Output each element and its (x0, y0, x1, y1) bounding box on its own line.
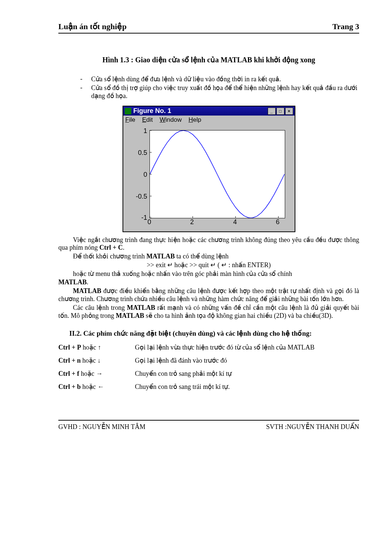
body-paragraph: Việc ngắt chương trình đang thực hiện ho… (58, 236, 359, 251)
xtick-label: 0 (147, 218, 151, 226)
menu-file[interactable]: File (125, 116, 135, 123)
figure-window: Figure No. 1 _ □ × File Edit Window Help… (123, 106, 295, 232)
command-line-text: >> exit ↵ hoặc >> quit ↵ ( ↵ : nhấn ENTE… (58, 261, 359, 269)
body-paragraph: Các câu lệnh trong MATLAB rất mạnh và có… (58, 304, 359, 320)
close-button[interactable]: × (285, 108, 293, 115)
shortcut-key: Ctrl + b hoặc ← (58, 383, 135, 391)
shortcut-row: Ctrl + P hoặc ↑Gọi lại lệnh vừa thực hiệ… (58, 343, 359, 351)
bullet-dash-icon: - (80, 75, 91, 83)
shortcut-description: Gọi lại lệnh đã đánh vào trước đó (135, 356, 359, 364)
header-right: Trang 3 (332, 22, 359, 31)
menu-help[interactable]: Help (189, 116, 201, 123)
shortcut-key: Ctrl + n hoặc ↓ (58, 356, 135, 364)
page-header: Luận án tốt nghiệp Trang 3 (58, 22, 359, 34)
window-title: Figure No. 1 (133, 107, 171, 115)
section-heading: II.2. Các phím chức năng đặt biệt (chuyê… (69, 329, 359, 338)
menu-edit[interactable]: Edit (142, 116, 153, 123)
footer-left: GVHD : NGUYỄN MINH TÂM (58, 423, 145, 431)
shortcut-row: Ctrl + f hoặc →Chuyển con trỏ sang phải … (58, 370, 359, 378)
footer-right: SVTH :NGUYỄN THANH DUẨN (266, 423, 359, 431)
xtick-label: 4 (233, 218, 237, 226)
xtick-label: 6 (276, 218, 279, 226)
menu-bar: File Edit Window Help (123, 116, 295, 124)
header-left: Luận án tốt nghiệp (58, 22, 127, 31)
app-logo-icon (125, 108, 131, 114)
shortcut-description: Gọi lại lệnh vừa thực hiện trước đó từ c… (135, 343, 359, 351)
list-item: - Cửa sổ lệnh dùng để đưa lệnh và dữ liệ… (80, 75, 359, 83)
shortcut-key: Ctrl + f hoặc → (58, 370, 135, 378)
body-paragraph: hoặc từ menu thả xuống hoặc nhấn vào trê… (58, 270, 359, 278)
page-footer: GVHD : NGUYỄN MINH TÂM SVTH :NGUYỄN THAN… (58, 420, 359, 431)
maximize-button[interactable]: □ (276, 108, 284, 115)
xtick-label: 2 (190, 218, 194, 226)
shortcut-row: Ctrl + n hoặc ↓Gọi lại lệnh đã đánh vào … (58, 356, 359, 364)
shortcut-key: Ctrl + P hoặc ↑ (58, 343, 135, 351)
sine-curve (150, 130, 285, 218)
bullet-text: Cửa sổ đồ thị trợ giúp cho việc truy xuấ… (91, 84, 359, 100)
shortcut-row: Ctrl + b hoặc ←Chuyển con trỏ sang trái … (58, 383, 359, 391)
list-item: - Cửa sổ đồ thị trợ giúp cho việc truy x… (80, 84, 359, 100)
body-paragraph: MATLAB được điều khiển bằng những câu lệ… (58, 287, 359, 303)
bullet-text: Cửa sổ lệnh dùng để đưa lệnh và dữ liệu … (91, 75, 359, 83)
ytick-label: 0 (128, 171, 147, 179)
window-titlebar: Figure No. 1 _ □ × (123, 106, 295, 116)
axes-box (150, 130, 285, 218)
plot-canvas: 1 0.5 0 -0.5 -1 0 2 4 6 (123, 124, 295, 231)
menu-window[interactable]: Window (160, 116, 182, 123)
minimize-button[interactable]: _ (268, 108, 276, 115)
ytick-label: 0.5 (128, 149, 147, 157)
figure-caption: Hình 1.3 : Giao diện cửa sổ lệnh của MAT… (58, 55, 359, 64)
ytick-label: 1 (128, 127, 147, 135)
body-paragraph: Để thốt khỏi chương trình MATLAB ta có t… (58, 252, 359, 260)
shortcut-description: Chuyển con trỏ sang phải một kí tự (135, 370, 359, 378)
ytick-label: -1 (128, 214, 147, 222)
body-paragraph: MATLAB. (58, 278, 359, 286)
ytick-label: -0.5 (128, 193, 147, 200)
bullet-dash-icon: - (80, 84, 91, 100)
shortcut-description: Chuyển con trỏ sang trái một kí tự. (135, 383, 359, 391)
